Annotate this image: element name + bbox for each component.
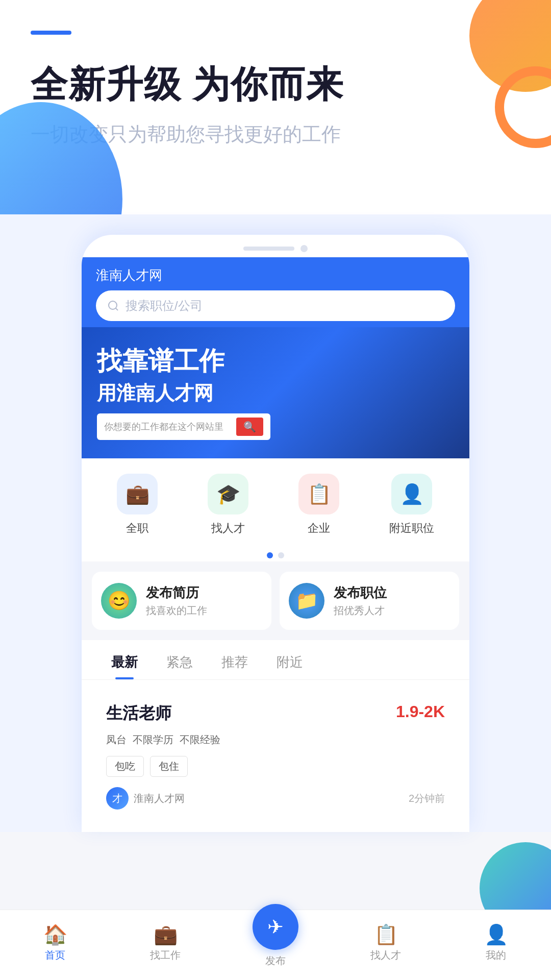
benefit-meal: 包吃: [106, 756, 144, 777]
top-bar-line: [31, 31, 71, 35]
category-label-qiye: 企业: [308, 521, 330, 536]
app-header-title: 淮南人才网: [96, 266, 455, 284]
home-icon: 🏠: [43, 925, 67, 944]
banner-search-button[interactable]: 🔍: [236, 418, 263, 436]
profile-icon: 👤: [484, 925, 508, 944]
resume-desc: 找喜欢的工作: [146, 604, 207, 618]
tab-latest[interactable]: 最新: [97, 645, 152, 679]
resume-icon: 😊: [101, 583, 137, 619]
post-time: 2分钟前: [409, 792, 445, 805]
category-label-quanzhi: 全职: [126, 521, 148, 536]
bottom-nav: 🏠 首页 💼 找工作 ✈ 发布 📋 找人才 👤 我的: [0, 910, 551, 980]
job-location: 凤台: [106, 733, 127, 747]
job-text: 发布职位 招优秀人才: [334, 584, 387, 618]
job-salary: 1.9-2K: [396, 702, 445, 721]
headline: 全新升级 为你而来: [31, 60, 520, 109]
notch-line: [243, 247, 294, 251]
job-education: 不限学历: [133, 733, 173, 747]
publish-button[interactable]: ✈: [253, 904, 298, 950]
banner-text-main: 找靠谱工作: [97, 346, 454, 376]
dot-1: [267, 552, 273, 558]
phone-mockup: 淮南人才网 搜索职位/公司 找靠谱工作 用淮南人才网 你想要的工作都在这个网站里…: [82, 235, 469, 832]
job-desc: 招优秀人才: [334, 604, 387, 618]
nav-home[interactable]: 🏠 首页: [0, 925, 110, 962]
deco-circle-left: [0, 102, 122, 214]
nav-home-label: 首页: [45, 948, 65, 962]
search-btn-icon: 🔍: [243, 421, 256, 432]
resume-title: 发布简历: [146, 584, 207, 602]
notch-dot: [300, 245, 308, 252]
company-name: 淮南人才网: [134, 792, 185, 805]
nav-find-talent-label: 找人才: [370, 948, 401, 962]
category-icon-zhaorencai: 🎓: [208, 474, 248, 514]
dot-2: [278, 552, 284, 558]
quick-card-resume[interactable]: 😊 发布简历 找喜欢的工作: [92, 572, 271, 630]
nav-profile[interactable]: 👤 我的: [441, 925, 551, 962]
footer-company: 才 淮南人才网: [106, 787, 185, 810]
category-icon-fujin: 👤: [391, 474, 432, 514]
job-card[interactable]: 生活老师 1.9-2K 凤台 不限学历 不限经验 包吃 包住 才 淮南人才网 2…: [92, 688, 459, 824]
job-tags-row: 凤台 不限学历 不限经验: [106, 733, 445, 747]
tab-recommend[interactable]: 推荐: [207, 645, 262, 679]
banner-search-inline[interactable]: 你想要的工作都在这个网站里 🔍: [97, 413, 270, 440]
banner: 找靠谱工作 用淮南人才网 你想要的工作都在这个网站里 🔍: [82, 327, 469, 458]
job-card-header: 生活老师 1.9-2K: [106, 702, 445, 725]
resume-text: 发布简历 找喜欢的工作: [146, 584, 207, 618]
company-logo: 才: [106, 787, 129, 810]
nav-find-job[interactable]: 💼 找工作: [110, 925, 220, 962]
nav-profile-label: 我的: [486, 948, 506, 962]
briefcase-icon: 💼: [154, 925, 178, 944]
publish-icon: ✈: [267, 916, 284, 938]
svg-point-0: [109, 301, 117, 309]
search-icon: [107, 300, 119, 312]
tab-nearby[interactable]: 附近: [262, 645, 317, 679]
category-label-zhaorencai: 找人才: [211, 521, 245, 536]
job-card-footer: 才 淮南人才网 2分钟前: [106, 787, 445, 810]
phone-mockup-wrapper: 淮南人才网 搜索职位/公司 找靠谱工作 用淮南人才网 你想要的工作都在这个网站里…: [0, 214, 551, 832]
dots-row: [82, 546, 469, 561]
phone-notch-bar: [82, 235, 469, 257]
category-row: 💼 全职 🎓 找人才 📋 企业 👤 附近职位: [82, 458, 469, 546]
job-title-quick: 发布职位: [334, 584, 387, 602]
nav-find-job-label: 找工作: [150, 948, 181, 962]
tab-urgent[interactable]: 紧急: [152, 645, 207, 679]
category-item-fujin[interactable]: 👤 附近职位: [389, 474, 434, 536]
job-icon: 📁: [289, 583, 324, 619]
nav-publish-label: 发布: [265, 954, 286, 968]
app-header: 淮南人才网 搜索职位/公司: [82, 257, 469, 327]
banner-text-sub: 用淮南人才网: [97, 380, 454, 406]
svg-line-1: [116, 308, 118, 310]
talent-icon: 📋: [374, 925, 398, 944]
banner-label: 你想要的工作都在这个网站里: [104, 421, 236, 433]
category-icon-quanzhi: 💼: [117, 474, 158, 514]
quick-card-job[interactable]: 📁 发布职位 招优秀人才: [280, 572, 459, 630]
tab-row: 最新 紧急 推荐 附近: [82, 640, 469, 680]
category-item-zhaorencai[interactable]: 🎓 找人才: [208, 474, 248, 536]
quick-actions: 😊 发布简历 找喜欢的工作 📁 发布职位 招优秀人才: [82, 561, 469, 640]
benefit-housing: 包住: [150, 756, 188, 777]
nav-find-talent[interactable]: 📋 找人才: [331, 925, 441, 962]
nav-publish[interactable]: ✈ 发布: [220, 919, 331, 968]
search-placeholder: 搜索职位/公司: [126, 298, 203, 314]
category-label-fujin: 附近职位: [389, 521, 434, 536]
category-item-qiye[interactable]: 📋 企业: [298, 474, 339, 536]
search-bar[interactable]: 搜索职位/公司: [96, 290, 455, 321]
job-title: 生活老师: [106, 702, 171, 725]
category-item-quanzhi[interactable]: 💼 全职: [117, 474, 158, 536]
category-icon-qiye: 📋: [298, 474, 339, 514]
top-section: 全新升级 为你而来 一切改变只为帮助您寻找更好的工作: [0, 0, 551, 214]
job-benefits: 包吃 包住: [106, 756, 445, 777]
job-experience: 不限经验: [180, 733, 220, 747]
